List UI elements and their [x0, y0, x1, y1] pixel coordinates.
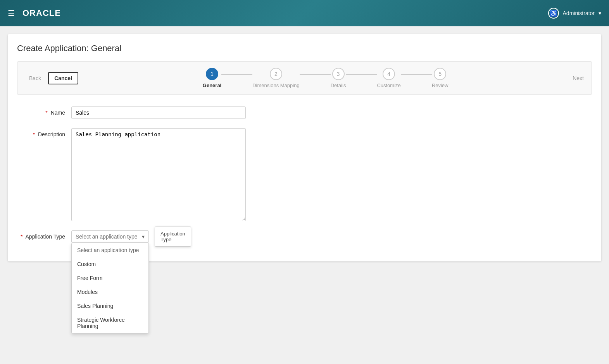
- step-label-2: Dimensions Mapping: [252, 82, 299, 88]
- name-required-star: *: [45, 110, 47, 116]
- oracle-logo: ORACLE: [22, 8, 61, 18]
- application-type-select[interactable]: Select an application type: [71, 230, 149, 243]
- dropdown-option-custom[interactable]: Custom: [72, 257, 148, 271]
- name-row: * Name: [17, 106, 592, 119]
- accessibility-icon[interactable]: ♿: [548, 8, 559, 19]
- dropdown-option-strategic-workforce[interactable]: Strategic Workforce Planning: [72, 313, 148, 333]
- name-label: * Name: [17, 106, 71, 116]
- admin-label: Administrator: [563, 10, 595, 16]
- application-type-dropdown-menu: Select an application type Custom Free F…: [71, 243, 149, 333]
- step-connector-3-4: [346, 74, 377, 75]
- header: ☰ ORACLE ♿ Administrator ▾: [0, 0, 609, 26]
- step-label-5: Review: [432, 82, 449, 88]
- step-label-3: Details: [331, 82, 346, 88]
- step-circle-4: 4: [383, 68, 395, 80]
- step-connector-2-3: [300, 74, 331, 75]
- step-label-4: Customize: [377, 82, 400, 88]
- header-left: ☰ ORACLE: [8, 8, 61, 18]
- wizard-steps: 1 General 2 Dimensions Mapping 3 Details: [86, 68, 565, 88]
- wizard-step-3[interactable]: 3 Details: [331, 68, 346, 88]
- description-label: * Description: [17, 128, 71, 137]
- description-row: * Description Sales Planning application: [17, 128, 592, 221]
- dropdown-option-modules[interactable]: Modules: [72, 285, 148, 299]
- header-right: ♿ Administrator ▾: [548, 8, 601, 19]
- wizard-step-1[interactable]: 1 General: [203, 68, 221, 88]
- admin-chevron-icon[interactable]: ▾: [599, 10, 601, 16]
- chevron-down-icon: [142, 234, 145, 240]
- page-card: Create Application: General Back Cancel …: [8, 34, 601, 261]
- name-input[interactable]: [71, 106, 246, 119]
- dropdown-option-free-form[interactable]: Free Form: [72, 271, 148, 285]
- application-type-selected-value: Select an application type: [76, 234, 138, 240]
- wizard-bar: Back Cancel 1 General 2 Dimensions Mappi…: [17, 61, 592, 95]
- description-required-star: *: [33, 131, 35, 137]
- step-label-1: General: [203, 82, 221, 88]
- wizard-step-4[interactable]: 4 Customize: [377, 68, 400, 88]
- description-textarea[interactable]: Sales Planning application: [71, 128, 246, 221]
- page-title: Create Application: General: [17, 43, 592, 53]
- hamburger-icon[interactable]: ☰: [8, 9, 15, 18]
- dropdown-option-placeholder[interactable]: Select an application type: [72, 243, 148, 257]
- application-type-tooltip: Application Type: [155, 227, 191, 247]
- cancel-button[interactable]: Cancel: [48, 72, 78, 84]
- main-content: Create Application: General Back Cancel …: [0, 26, 609, 364]
- next-button[interactable]: Next: [573, 75, 584, 81]
- step-circle-3: 3: [332, 68, 345, 80]
- application-type-label: * Application Type: [17, 230, 71, 240]
- wizard-step-2[interactable]: 2 Dimensions Mapping: [252, 68, 299, 88]
- application-type-dropdown-wrapper: Select an application type Application T…: [71, 230, 149, 243]
- step-circle-1: 1: [206, 68, 218, 80]
- step-circle-5: 5: [434, 68, 446, 80]
- application-type-required-star: *: [21, 234, 22, 240]
- step-circle-2: 2: [270, 68, 282, 80]
- step-connector-1-2: [221, 74, 252, 75]
- step-connector-4-5: [401, 74, 432, 75]
- back-button[interactable]: Back: [25, 72, 45, 84]
- dropdown-option-sales-planning[interactable]: Sales Planning: [72, 299, 148, 313]
- wizard-step-5[interactable]: 5 Review: [432, 68, 449, 88]
- application-type-row: * Application Type Select an application…: [17, 230, 592, 243]
- wizard-actions: Back Cancel: [25, 72, 78, 84]
